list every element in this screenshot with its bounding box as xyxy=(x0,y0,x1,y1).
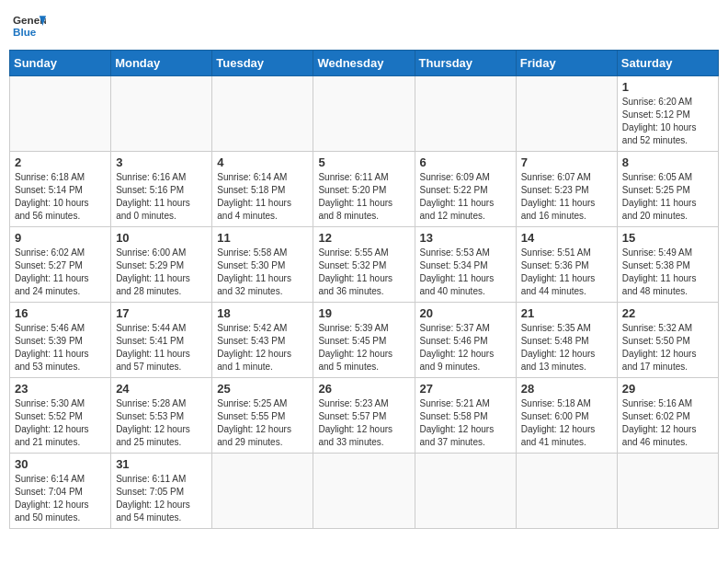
day-info: Sunrise: 5:46 AM Sunset: 5:39 PM Dayligh… xyxy=(15,322,106,373)
day-info: Sunrise: 5:42 AM Sunset: 5:43 PM Dayligh… xyxy=(217,322,308,373)
day-info: Sunrise: 5:58 AM Sunset: 5:30 PM Dayligh… xyxy=(217,247,308,298)
day-number: 29 xyxy=(622,382,713,396)
day-number: 11 xyxy=(217,231,308,245)
calendar-cell xyxy=(415,76,516,152)
day-info: Sunrise: 6:11 AM Sunset: 5:20 PM Dayligh… xyxy=(318,171,409,223)
day-number: 4 xyxy=(217,155,308,169)
svg-text:Blue: Blue xyxy=(13,26,37,38)
calendar-cell: 22Sunrise: 5:32 AM Sunset: 5:50 PM Dayli… xyxy=(617,303,718,378)
day-info: Sunrise: 5:44 AM Sunset: 5:41 PM Dayligh… xyxy=(116,322,207,373)
day-number: 31 xyxy=(116,457,207,471)
header-tuesday: Tuesday xyxy=(212,51,313,76)
calendar-cell: 26Sunrise: 5:23 AM Sunset: 5:57 PM Dayli… xyxy=(313,378,415,454)
day-number: 15 xyxy=(622,231,713,245)
day-number: 3 xyxy=(116,155,207,169)
logo: General Blue xyxy=(13,9,46,42)
day-number: 2 xyxy=(15,155,106,169)
day-info: Sunrise: 5:30 AM Sunset: 5:52 PM Dayligh… xyxy=(15,397,106,449)
calendar-cell: 29Sunrise: 5:16 AM Sunset: 6:02 PM Dayli… xyxy=(617,378,718,454)
day-number: 30 xyxy=(15,457,106,471)
calendar-cell xyxy=(212,76,313,152)
calendar-cell: 20Sunrise: 5:37 AM Sunset: 5:46 PM Dayli… xyxy=(415,303,516,378)
day-number: 12 xyxy=(318,231,409,245)
calendar-week-0: 1Sunrise: 6:20 AM Sunset: 5:12 PM Daylig… xyxy=(10,76,719,152)
day-number: 14 xyxy=(521,231,612,245)
calendar-week-2: 9Sunrise: 6:02 AM Sunset: 5:27 PM Daylig… xyxy=(10,227,719,303)
calendar-cell xyxy=(313,454,415,529)
calendar-cell: 17Sunrise: 5:44 AM Sunset: 5:41 PM Dayli… xyxy=(111,303,212,378)
day-number: 25 xyxy=(217,382,308,396)
day-number: 10 xyxy=(116,231,207,245)
header-wednesday: Wednesday xyxy=(313,51,415,76)
day-number: 26 xyxy=(318,382,409,396)
day-info: Sunrise: 6:20 AM Sunset: 5:12 PM Dayligh… xyxy=(622,96,713,147)
day-info: Sunrise: 5:16 AM Sunset: 6:02 PM Dayligh… xyxy=(622,397,713,449)
day-number: 18 xyxy=(217,306,308,320)
day-number: 1 xyxy=(622,80,713,94)
day-number: 7 xyxy=(521,155,612,169)
day-info: Sunrise: 6:14 AM Sunset: 7:04 PM Dayligh… xyxy=(15,473,106,524)
day-info: Sunrise: 6:14 AM Sunset: 5:18 PM Dayligh… xyxy=(217,171,308,223)
calendar-week-4: 23Sunrise: 5:30 AM Sunset: 5:52 PM Dayli… xyxy=(10,378,719,454)
calendar: SundayMondayTuesdayWednesdayThursdayFrid… xyxy=(9,50,719,529)
day-number: 27 xyxy=(420,382,511,396)
header-friday: Friday xyxy=(516,51,617,76)
calendar-header-row: SundayMondayTuesdayWednesdayThursdayFrid… xyxy=(10,51,719,76)
day-number: 9 xyxy=(15,231,106,245)
calendar-cell: 8Sunrise: 6:05 AM Sunset: 5:25 PM Daylig… xyxy=(617,152,718,227)
day-number: 21 xyxy=(521,306,612,320)
calendar-cell: 2Sunrise: 6:18 AM Sunset: 5:14 PM Daylig… xyxy=(10,152,111,227)
calendar-cell: 28Sunrise: 5:18 AM Sunset: 6:00 PM Dayli… xyxy=(516,378,617,454)
day-info: Sunrise: 5:28 AM Sunset: 5:53 PM Dayligh… xyxy=(116,397,207,449)
calendar-week-3: 16Sunrise: 5:46 AM Sunset: 5:39 PM Dayli… xyxy=(10,303,719,378)
day-info: Sunrise: 5:39 AM Sunset: 5:45 PM Dayligh… xyxy=(318,322,409,373)
day-info: Sunrise: 5:32 AM Sunset: 5:50 PM Dayligh… xyxy=(622,322,713,373)
header-monday: Monday xyxy=(111,51,212,76)
calendar-cell xyxy=(415,454,516,529)
day-number: 22 xyxy=(622,306,713,320)
day-number: 19 xyxy=(318,306,409,320)
calendar-cell: 5Sunrise: 6:11 AM Sunset: 5:20 PM Daylig… xyxy=(313,152,415,227)
day-info: Sunrise: 6:11 AM Sunset: 7:05 PM Dayligh… xyxy=(116,473,207,524)
day-info: Sunrise: 6:18 AM Sunset: 5:14 PM Dayligh… xyxy=(15,171,106,223)
page-header: General Blue xyxy=(9,9,719,42)
calendar-cell: 19Sunrise: 5:39 AM Sunset: 5:45 PM Dayli… xyxy=(313,303,415,378)
calendar-cell: 12Sunrise: 5:55 AM Sunset: 5:32 PM Dayli… xyxy=(313,227,415,303)
calendar-cell xyxy=(10,76,111,152)
calendar-cell: 13Sunrise: 5:53 AM Sunset: 5:34 PM Dayli… xyxy=(415,227,516,303)
calendar-cell: 23Sunrise: 5:30 AM Sunset: 5:52 PM Dayli… xyxy=(10,378,111,454)
calendar-cell: 1Sunrise: 6:20 AM Sunset: 5:12 PM Daylig… xyxy=(617,76,718,152)
calendar-cell xyxy=(516,454,617,529)
header-thursday: Thursday xyxy=(415,51,516,76)
day-info: Sunrise: 5:35 AM Sunset: 5:48 PM Dayligh… xyxy=(521,322,612,373)
calendar-cell: 30Sunrise: 6:14 AM Sunset: 7:04 PM Dayli… xyxy=(10,454,111,529)
calendar-cell: 27Sunrise: 5:21 AM Sunset: 5:58 PM Dayli… xyxy=(415,378,516,454)
day-number: 23 xyxy=(15,382,106,396)
day-info: Sunrise: 6:07 AM Sunset: 5:23 PM Dayligh… xyxy=(521,171,612,223)
calendar-cell: 9Sunrise: 6:02 AM Sunset: 5:27 PM Daylig… xyxy=(10,227,111,303)
day-info: Sunrise: 5:55 AM Sunset: 5:32 PM Dayligh… xyxy=(318,247,409,298)
calendar-cell xyxy=(111,76,212,152)
calendar-cell: 7Sunrise: 6:07 AM Sunset: 5:23 PM Daylig… xyxy=(516,152,617,227)
calendar-cell: 11Sunrise: 5:58 AM Sunset: 5:30 PM Dayli… xyxy=(212,227,313,303)
day-number: 28 xyxy=(521,382,612,396)
calendar-cell: 3Sunrise: 6:16 AM Sunset: 5:16 PM Daylig… xyxy=(111,152,212,227)
header-saturday: Saturday xyxy=(617,51,718,76)
calendar-cell: 25Sunrise: 5:25 AM Sunset: 5:55 PM Dayli… xyxy=(212,378,313,454)
calendar-cell: 21Sunrise: 5:35 AM Sunset: 5:48 PM Dayli… xyxy=(516,303,617,378)
day-number: 20 xyxy=(420,306,511,320)
day-number: 24 xyxy=(116,382,207,396)
calendar-cell xyxy=(516,76,617,152)
calendar-cell: 31Sunrise: 6:11 AM Sunset: 7:05 PM Dayli… xyxy=(111,454,212,529)
calendar-cell xyxy=(313,76,415,152)
calendar-cell xyxy=(212,454,313,529)
calendar-cell: 6Sunrise: 6:09 AM Sunset: 5:22 PM Daylig… xyxy=(415,152,516,227)
day-number: 5 xyxy=(318,155,409,169)
calendar-cell: 18Sunrise: 5:42 AM Sunset: 5:43 PM Dayli… xyxy=(212,303,313,378)
day-info: Sunrise: 6:16 AM Sunset: 5:16 PM Dayligh… xyxy=(116,171,207,223)
day-info: Sunrise: 6:02 AM Sunset: 5:27 PM Dayligh… xyxy=(15,247,106,298)
logo-icon: General Blue xyxy=(13,9,46,42)
day-number: 16 xyxy=(15,306,106,320)
calendar-cell: 14Sunrise: 5:51 AM Sunset: 5:36 PM Dayli… xyxy=(516,227,617,303)
day-number: 6 xyxy=(420,155,511,169)
